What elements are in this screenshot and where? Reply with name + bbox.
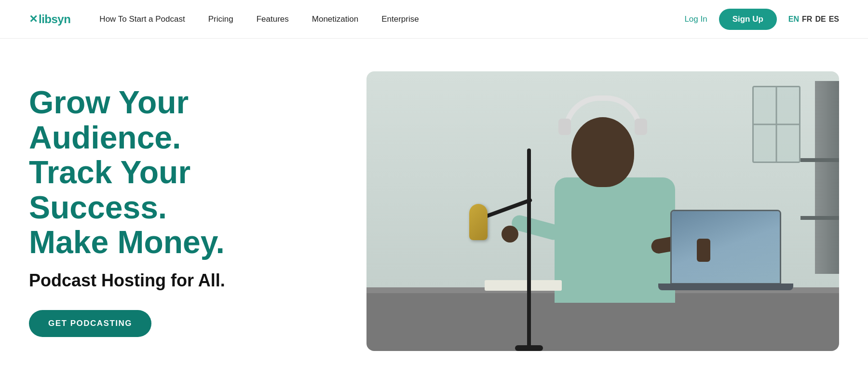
- headphone-cup-right: [635, 119, 647, 135]
- logo-icon: ✕: [29, 13, 38, 26]
- mic-base: [515, 345, 543, 351]
- hero-headline: Grow Your Audience. Track Your Success. …: [29, 85, 334, 260]
- podcast-scene: [366, 71, 839, 351]
- nav-pricing[interactable]: Pricing: [208, 14, 233, 24]
- wall-shelf-horizontal: [800, 158, 839, 162]
- nav-monetization[interactable]: Monetization: [312, 14, 358, 24]
- hero-headline-line3: Make Money.: [29, 225, 334, 260]
- lang-fr[interactable]: FR: [802, 15, 812, 24]
- get-podcasting-button[interactable]: GET PODCASTING: [29, 310, 151, 337]
- lang-es[interactable]: ES: [829, 15, 839, 24]
- window-element: [752, 86, 800, 163]
- logo-text: libsyn: [39, 13, 70, 26]
- hero-headline-line2: Track Your Success.: [29, 155, 334, 225]
- nav-links: How To Start a Podcast Pricing Features …: [99, 14, 684, 24]
- nav-how-to-start[interactable]: How To Start a Podcast: [99, 14, 185, 24]
- nav-features[interactable]: Features: [257, 14, 289, 24]
- nav-enterprise[interactable]: Enterprise: [381, 14, 419, 24]
- hero-subheadline: Podcast Hosting for All.: [29, 270, 334, 291]
- nav-right: Log In Sign Up EN FR DE ES: [684, 9, 839, 30]
- hero-right: [353, 71, 839, 351]
- signup-button[interactable]: Sign Up: [719, 9, 777, 30]
- hero-headline-line1: Grow Your Audience.: [29, 85, 334, 155]
- lang-en[interactable]: EN: [788, 15, 799, 24]
- hand-right: [697, 239, 710, 262]
- hero-section: Grow Your Audience. Track Your Success. …: [0, 39, 868, 376]
- microphone-body: [469, 204, 488, 240]
- mic-stand-vertical: [527, 148, 531, 351]
- hand-left: [502, 226, 518, 243]
- hero-left: Grow Your Audience. Track Your Success. …: [29, 85, 353, 337]
- wall-shelf-horizontal2: [800, 216, 839, 220]
- navbar: ✕ libsyn How To Start a Podcast Pricing …: [0, 0, 868, 39]
- logo-area[interactable]: ✕ libsyn: [29, 13, 70, 26]
- wall-shelf: [815, 81, 839, 274]
- login-link[interactable]: Log In: [684, 14, 707, 24]
- laptop-base: [658, 284, 793, 290]
- notebook: [485, 280, 562, 291]
- lang-de[interactable]: DE: [815, 15, 826, 24]
- hero-image-container: [366, 71, 839, 351]
- headphone-cup-left: [558, 119, 571, 135]
- language-switcher: EN FR DE ES: [788, 15, 839, 24]
- laptop-screen: [670, 210, 781, 284]
